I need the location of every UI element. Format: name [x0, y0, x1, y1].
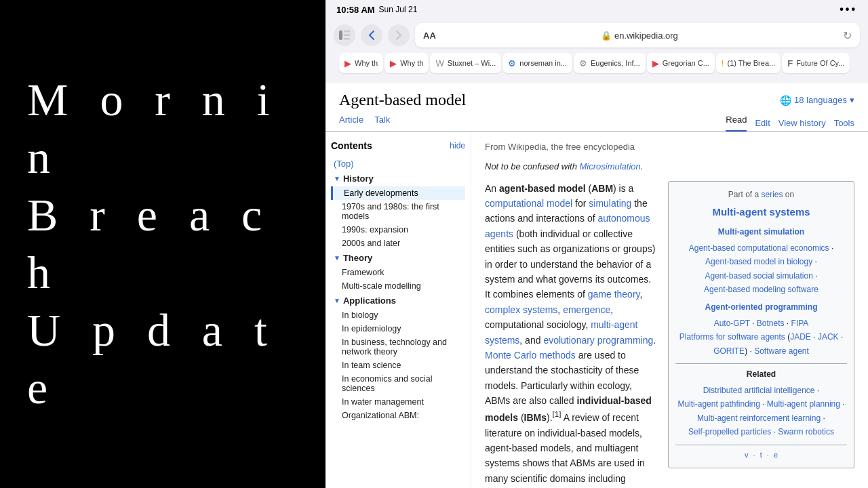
svg-rect-1	[344, 30, 350, 33]
ib-link[interactable]: Multi-agent planning	[767, 399, 840, 409]
toc-hide-button[interactable]: hide	[450, 141, 465, 150]
toc-sub-team-science[interactable]: In team science	[331, 359, 465, 372]
game-theory-link[interactable]: game theory	[588, 289, 640, 300]
infobox: Part of a series on Multi-agent systems …	[668, 181, 854, 469]
aa-label: AA	[423, 30, 436, 41]
autonomous-agents-link[interactable]: autonomous agents	[485, 213, 650, 239]
back-button[interactable]	[361, 24, 382, 46]
tab-stuxnet[interactable]: W Stuxnet – Wi...	[430, 53, 501, 73]
svg-rect-0	[339, 30, 342, 40]
ib-link[interactable]: Agent-based model in biology	[705, 257, 812, 266]
wiki-content: Contents hide (Top) ▼ History Early deve…	[326, 132, 868, 488]
address-bar[interactable]: AA 🔒 en.wikipedia.org ↻	[415, 23, 860, 47]
action-read[interactable]: Read	[726, 115, 747, 131]
reload-button[interactable]: ↻	[843, 29, 852, 42]
ib-link[interactable]: GORITE	[713, 346, 745, 356]
svg-rect-3	[344, 38, 350, 40]
ib-link[interactable]: Agent-based modeling software	[704, 285, 818, 294]
tab-talk[interactable]: Talk	[374, 115, 390, 131]
evolutionary-link[interactable]: evolutionary programming	[543, 335, 653, 346]
toc-sub-water[interactable]: In water management	[331, 395, 465, 409]
monte-carlo-link[interactable]: Monte Carlo methods	[485, 350, 576, 361]
languages-count: 18 languages	[794, 95, 847, 105]
toc-section-theory[interactable]: ▼ Theory	[331, 250, 465, 266]
tab-breach[interactable]: ! (1) The Brea...	[716, 53, 781, 73]
toc-section-applications[interactable]: ▼ Applications	[331, 293, 465, 308]
tabs-bar: ▶ Why th ▶ Why th W Stuxnet – Wi... ⚙ no…	[334, 53, 860, 77]
left-line3: U p d a t e	[27, 302, 298, 417]
nav-bar: AA 🔒 en.wikipedia.org ↻	[334, 23, 860, 47]
status-time: 10:58 AM	[336, 5, 375, 15]
wiki-page-title: Agent-based model	[339, 91, 466, 109]
wiki-actions: Read Edit View history Tools	[726, 115, 854, 131]
toc-sub-1970s[interactable]: 1970s and 1980s: the first models	[331, 200, 465, 223]
ib-link[interactable]: Multi-agent pathfinding	[677, 399, 760, 409]
toc-sub-economics[interactable]: In economics and social sciences	[331, 372, 465, 395]
ib-link[interactable]: FIPA	[791, 319, 809, 328]
ib-link[interactable]: Swarm robotics	[778, 427, 834, 436]
complex-systems-link[interactable]: complex systems	[485, 304, 557, 315]
status-dots: •••	[840, 3, 857, 16]
toc-sub-epidemiology[interactable]: In epidemiology	[331, 322, 465, 336]
toc-sub-multi-scale[interactable]: Multi-scale modelling	[331, 279, 465, 293]
action-tools[interactable]: Tools	[834, 118, 854, 128]
toc-sub-organizational[interactable]: Organizational ABM:	[331, 409, 465, 422]
lock-icon: 🔒	[601, 30, 612, 41]
ib-link[interactable]: Multi-agent reinforcement learning	[697, 413, 821, 423]
infobox-section1-links: Agent-based computational economics · Ag…	[675, 241, 847, 297]
infobox-vte: v · t · e	[675, 445, 847, 462]
infobox-part-of: Part of a series on	[675, 188, 847, 201]
wiki-tabs: Article Talk Read Edit View history Tool…	[339, 115, 854, 131]
tab-norseman[interactable]: ⚙ norseman in...	[502, 53, 572, 73]
infobox-related-links: Distributed artificial intelligence · Mu…	[675, 384, 847, 439]
status-day: Sun Jul 21	[379, 5, 418, 14]
ib-link[interactable]: Agent-based social simulation	[705, 271, 812, 281]
ib-link[interactable]: JADE	[790, 332, 811, 342]
infobox-series-title[interactable]: Multi-agent systems	[675, 204, 847, 220]
toc-sub-1990s[interactable]: 1990s: expansion	[331, 223, 465, 237]
sidebar-toggle-button[interactable]	[334, 24, 355, 46]
ib-link[interactable]: Distributed artificial intelligence	[703, 386, 815, 395]
infobox-section1-head: Multi-agent simulation	[675, 226, 847, 239]
toc-item-top[interactable]: (Top)	[331, 157, 465, 171]
tab-2[interactable]: ▶ Why th	[384, 53, 429, 73]
toc-title: Contents	[331, 140, 372, 151]
ib-link[interactable]: Platforms for software agents	[679, 332, 785, 342]
wiki-page: Agent-based model 🌐 18 languages ▾ Artic…	[326, 83, 868, 488]
wiki-header: Agent-based model 🌐 18 languages ▾ Artic…	[326, 83, 868, 132]
toc-sub-business[interactable]: In business, technology and network theo…	[331, 336, 465, 359]
tab-1[interactable]: ▶ Why th	[339, 53, 383, 73]
ib-link[interactable]: Botnets	[757, 319, 785, 328]
tab-gregorian[interactable]: ▶ Gregorian C...	[647, 53, 715, 73]
microsimulation-link[interactable]: Microsimulation	[579, 161, 640, 171]
not-confused-note: Not to be confused with Microsimulation.	[485, 160, 854, 174]
infobox-section2-head: Agent-oriented programming	[675, 301, 847, 314]
series-link[interactable]: series	[762, 190, 783, 199]
tab-article[interactable]: Article	[339, 115, 363, 131]
tab-future[interactable]: F Future Of Cy...	[782, 53, 850, 73]
ib-link[interactable]: Agent-based computational economics	[689, 243, 829, 253]
forward-button[interactable]	[388, 24, 410, 46]
ib-link[interactable]: Software agent	[754, 346, 809, 356]
url-text: en.wikipedia.org	[614, 30, 678, 41]
ib-link[interactable]: JACK	[818, 332, 839, 342]
simulating-link[interactable]: simulating	[589, 198, 631, 209]
toc-sub-framework[interactable]: Framework	[331, 266, 465, 279]
status-bar: 10:58 AM Sun Jul 21 •••	[326, 0, 868, 19]
svg-rect-2	[344, 35, 350, 37]
toc-sub-2000s[interactable]: 2000s and later	[331, 237, 465, 250]
emergence-link[interactable]: emergence	[563, 304, 610, 315]
action-view-history[interactable]: View history	[778, 118, 826, 128]
ib-link[interactable]: Self-propelled particles	[688, 427, 771, 436]
toc-section-history[interactable]: ▼ History	[331, 171, 465, 186]
toc-sub-biology[interactable]: In biology	[331, 308, 465, 322]
tab-eugenics[interactable]: ⚙ Eugenics, Inf...	[574, 53, 646, 73]
browser-chrome: AA 🔒 en.wikipedia.org ↻ ▶ Why th ▶ Why t…	[326, 19, 868, 83]
ib-link[interactable]: Auto-GPT	[714, 319, 750, 328]
language-selector[interactable]: 🌐 18 languages ▾	[780, 95, 854, 106]
article-body: From Wikipedia, the free encyclopedia No…	[471, 132, 868, 488]
from-wiki-text: From Wikipedia, the free encyclopedia	[485, 140, 854, 155]
computational-model-link[interactable]: computational model	[485, 198, 572, 209]
toc-sub-early-developments[interactable]: Early developments	[331, 186, 465, 200]
action-edit[interactable]: Edit	[755, 118, 770, 128]
